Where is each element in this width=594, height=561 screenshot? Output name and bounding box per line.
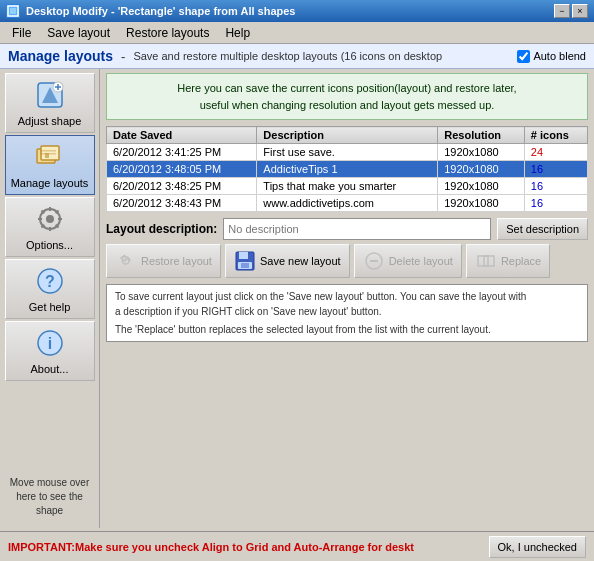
table-row[interactable]: 6/20/2012 3:48:43 PM www.addictivetips.c… [107,195,588,212]
svg-point-10 [46,215,54,223]
menu-help[interactable]: Help [217,24,258,42]
header-separator: - [121,49,125,64]
save-btn-label: Save new layout [260,255,341,267]
cell-icons: 24 [524,144,587,161]
sidebar-item-manage-layouts[interactable]: Manage layouts [5,135,95,195]
desc-label: Layout description: [106,222,217,236]
cell-resolution: 1920x1080 [438,161,525,178]
replace-btn-label: Replace [501,255,541,267]
col-description: Description [257,127,438,144]
cell-description: Tips that make you smarter [257,178,438,195]
cell-description: AddictiveTips 1 [257,161,438,178]
table-row[interactable]: 6/20/2012 3:48:05 PM AddictiveTips 1 192… [107,161,588,178]
svg-rect-24 [239,252,248,259]
sidebar-item-about[interactable]: i About... [5,321,95,381]
help-line3: The 'Replace' button replaces the select… [115,322,579,337]
delete-icon [363,250,385,272]
cell-date: 6/20/2012 3:48:25 PM [107,178,257,195]
window-controls[interactable]: − × [554,4,588,18]
save-new-layout-button[interactable]: Save new layout [225,244,350,278]
cell-date: 6/20/2012 3:48:43 PM [107,195,257,212]
options-label: Options... [26,239,73,251]
info-line2: useful when changing resolution and layo… [117,97,577,114]
menu-save-layout[interactable]: Save layout [39,24,118,42]
svg-text:?: ? [45,273,55,290]
ok-unchecked-button[interactable]: Ok, I unchecked [489,536,587,558]
set-description-button[interactable]: Set description [497,218,588,240]
save-icon [234,250,256,272]
restore-layout-button[interactable]: Restore layout [106,244,221,278]
main-area: Adjust shape Manage layouts [0,69,594,528]
sidebar-move-text: Move mouse over here to see the shape [0,470,99,524]
svg-rect-30 [484,256,494,266]
help-text: To save current layout just click on the… [106,284,588,342]
adjust-shape-icon [34,79,66,111]
manage-layouts-label: Manage layouts [11,177,89,189]
minimize-button[interactable]: − [554,4,570,18]
delete-btn-label: Delete layout [389,255,453,267]
help-line2: a description if you RIGHT click on 'Sav… [115,304,579,319]
get-help-label: Get help [29,301,71,313]
cell-description: First use save. [257,144,438,161]
header-description: Save and restore multiple desktop layout… [133,50,442,62]
svg-rect-8 [40,153,56,155]
layout-description-row: Layout description: Set description [106,218,588,240]
menu-file[interactable]: File [4,24,39,42]
col-icons: # icons [524,127,587,144]
content-area: Here you can save the current icons posi… [100,69,594,528]
restore-btn-label: Restore layout [141,255,212,267]
cell-resolution: 1920x1080 [438,178,525,195]
app-icon [6,4,20,18]
window-title: Desktop Modify - 'Rectangle' shape from … [26,5,296,17]
svg-rect-1 [10,8,16,14]
menu-bar: File Save layout Restore layouts Help [0,22,594,44]
cell-description: www.addictivetips.com [257,195,438,212]
manage-layouts-icon [34,141,66,173]
page-header: Manage layouts - Save and restore multip… [0,44,594,69]
info-line1: Here you can save the current icons posi… [117,80,577,97]
about-icon: i [34,327,66,359]
col-date: Date Saved [107,127,257,144]
cell-icons: 16 [524,161,587,178]
close-button[interactable]: × [572,4,588,18]
sidebar-item-adjust-shape[interactable]: Adjust shape [5,73,95,133]
svg-rect-26 [241,263,249,268]
menu-restore-layouts[interactable]: Restore layouts [118,24,217,42]
replace-button[interactable]: Replace [466,244,550,278]
replace-icon [475,250,497,272]
cell-resolution: 1920x1080 [438,144,525,161]
status-text: IMPORTANT:Make sure you uncheck Align to… [8,541,414,553]
status-bar: IMPORTANT:Make sure you uncheck Align to… [0,531,594,561]
cell-resolution: 1920x1080 [438,195,525,212]
auto-blend-container: Auto blend [517,50,586,63]
help-icon: ? [34,265,66,297]
col-resolution: Resolution [438,127,525,144]
help-line1: To save current layout just click on the… [115,289,579,304]
about-label: About... [31,363,69,375]
svg-rect-7 [40,150,56,152]
info-box: Here you can save the current icons posi… [106,73,588,120]
options-icon [34,203,66,235]
sidebar-item-options[interactable]: Options... [5,197,95,257]
table-row[interactable]: 6/20/2012 3:41:25 PM First use save. 192… [107,144,588,161]
sidebar: Adjust shape Manage layouts [0,69,100,528]
action-buttons: Restore layout Save new layout [106,244,588,278]
delete-layout-button[interactable]: Delete layout [354,244,462,278]
cell-date: 6/20/2012 3:41:25 PM [107,144,257,161]
svg-text:i: i [47,335,51,352]
title-bar: Desktop Modify - 'Rectangle' shape from … [0,0,594,22]
cell-icons: 16 [524,195,587,212]
restore-icon [115,250,137,272]
page-title: Manage layouts [8,48,113,64]
table-row[interactable]: 6/20/2012 3:48:25 PM Tips that make you … [107,178,588,195]
cell-date: 6/20/2012 3:48:05 PM [107,161,257,178]
sidebar-item-get-help[interactable]: ? Get help [5,259,95,319]
layouts-table: Date Saved Description Resolution # icon… [106,126,588,212]
svg-rect-29 [478,256,488,266]
auto-blend-checkbox[interactable] [517,50,530,63]
adjust-shape-label: Adjust shape [18,115,82,127]
auto-blend-label: Auto blend [533,50,586,62]
desc-input[interactable] [223,218,491,240]
cell-icons: 16 [524,178,587,195]
